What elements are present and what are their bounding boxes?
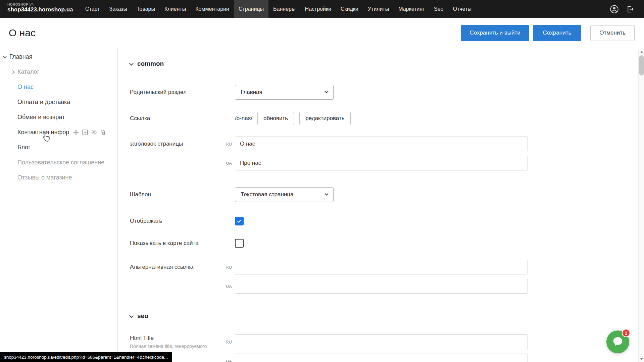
sitemap-label: Показывать в карте сайта [130,240,235,247]
nav-item-discounts[interactable]: Скидки [336,0,363,18]
nav-item-utilities[interactable]: Утилиты [363,0,394,18]
html-title-ru-input[interactable] [235,334,528,349]
sidebar-item-label: Контактная инфор [17,129,69,136]
html-title-hint: Полная замена title, генерируемого [130,344,220,349]
lang-ua-badge: UA [220,161,232,166]
display-checkbox[interactable] [235,217,244,225]
page-title-ua-input[interactable] [235,156,528,170]
chevron-down-icon [129,313,134,318]
alt-link-ua-input[interactable] [235,279,528,294]
scroll-up-button[interactable] [639,49,644,55]
nav-item-clients[interactable]: Клиенты [160,0,191,18]
page-header: О нас Сохранить и выйти Сохранить Отмени… [0,18,644,48]
link-path: /o-nas/ [235,115,252,122]
html-title-ua-input[interactable] [235,354,528,362]
sidebar-item-kontaktnaya-informaciya[interactable]: Контактная инфор [0,125,117,140]
nav-item-settings[interactable]: Настройки [300,0,336,18]
nav-item-marketing[interactable]: Маркетинг [394,0,429,18]
template-row: Шаблон Текстовая страница [130,187,644,202]
chevron-down-icon[interactable] [3,56,9,58]
save-button[interactable]: Сохранить [533,25,581,41]
chevron-right-icon[interactable] [11,71,17,73]
page-title-ru-input[interactable] [235,137,528,151]
chevron-down-icon [325,90,328,93]
logout-icon[interactable] [626,5,635,13]
chevron-down-icon [129,61,134,65]
sidebar-item-otzyvy-o-magazine[interactable]: Отзывы о магазине [0,170,117,185]
top-navigation: Старт Заказы Товары Клиенты Комментарии … [81,0,610,18]
nav-item-reports[interactable]: Отчеты [448,0,476,18]
lang-ua-badge: UA [220,284,232,289]
alt-link-ru-input[interactable] [235,260,528,274]
sidebar-item-o-nas[interactable]: О нас [0,80,117,95]
html-title-ru-row: Html Title Полная замена title, генериру… [130,334,644,349]
brand-domain: shop34423.horoshop.ua [7,6,81,13]
section-common-header[interactable]: common [130,60,644,67]
scroll-down-button[interactable] [639,356,644,362]
parent-section-select[interactable]: Главная [235,85,334,100]
chat-unread-badge: 1 [622,329,630,337]
template-label: Шаблон [130,191,235,198]
cancel-button[interactable]: Отменить [590,25,635,41]
save-and-exit-button[interactable]: Сохранить и выйти [461,25,529,41]
template-value: Текстовая страница [241,191,325,198]
section-title: common [137,60,164,67]
trash-icon[interactable] [100,130,106,135]
display-row: Отображать [130,217,644,225]
section-seo-header[interactable]: seo [130,312,644,320]
link-edit-button[interactable]: редактировать [299,112,350,125]
chevron-down-icon [325,192,328,196]
sidebar-item-oplata-i-dostavka[interactable]: Оплата и доставка [0,95,117,110]
section-title: seo [137,312,148,320]
alt-link-ua-row: UA [130,279,644,294]
display-label: Отображать [130,218,235,224]
sidebar-item-label: Отзывы о магазине [17,174,72,181]
chat-bubble-icon [612,335,624,349]
sidebar-item-obmen-i-vozvrat[interactable]: Обмен и возврат [0,110,117,125]
sidebar-item-polzovatelskoe-soglashenie[interactable]: Пользовательское соглашение [0,155,117,170]
link-label: Ссылка [130,115,235,122]
sitemap-checkbox[interactable] [235,239,244,248]
pages-tree-sidebar: Главная Каталог О нас Оплата и доставка … [0,48,118,362]
chat-button[interactable]: 1 [606,330,629,353]
link-refresh-button[interactable]: обновить [257,112,294,125]
nav-item-seo[interactable]: Seo [429,0,448,18]
alt-link-label: Альтернативная ссылка [130,264,220,270]
move-icon[interactable] [73,130,79,135]
vertical-scrollbar[interactable] [638,49,644,362]
add-square-icon[interactable] [82,130,88,135]
brand-version: HOROSHOP V4 [7,3,81,6]
html-title-label: Html Title [130,335,220,342]
page-title-label: заголовок страницы [130,141,220,147]
sidebar-item-label: Пользовательское соглашение [17,159,104,166]
nav-item-comments[interactable]: Комментарии [191,0,234,18]
status-url-tooltip: shop34423.horoshop.ua/edit/edit.php?id=6… [0,352,172,362]
template-select[interactable]: Текстовая страница [235,187,334,202]
nav-item-products[interactable]: Товары [132,0,160,18]
nav-item-orders[interactable]: Заказы [104,0,132,18]
sidebar-item-label: Блог [17,144,31,151]
link-row: Ссылка /o-nas/ обновить редактировать [130,112,644,125]
sidebar-item-label: О нас [17,84,34,91]
content: Главная Каталог О нас Оплата и доставка … [0,48,644,362]
page-edit-form: common Родительский раздел Главная Ссылк… [118,48,644,362]
html-title-ua-row: UA [130,354,644,362]
lang-ua-badge: UA [220,359,232,362]
nav-item-pages[interactable]: Страницы [234,0,268,18]
parent-section-row: Родительский раздел Главная [130,85,644,100]
lang-ru-badge: RU [220,142,232,147]
sidebar-item-katalog[interactable]: Каталог [0,64,117,80]
scrollbar-thumb[interactable] [639,55,644,75]
sidebar-item-label: Каталог [17,68,39,75]
gear-icon[interactable] [91,130,97,135]
sidebar-item-label: Оплата и доставка [17,99,70,106]
nav-item-banners[interactable]: Баннеры [268,0,300,18]
tree-item-actions [73,130,106,135]
sidebar-item-glavnaya[interactable]: Главная [0,49,117,64]
brand: HOROSHOP V4 shop34423.horoshop.ua [0,0,81,18]
sitemap-row: Показывать в карте сайта [130,239,644,248]
sidebar-item-blog[interactable]: Блог [0,140,117,155]
user-circle-icon[interactable] [610,5,619,14]
alt-link-ru-row: Альтернативная ссылка RU [130,260,644,274]
nav-item-start[interactable]: Старт [81,0,104,18]
